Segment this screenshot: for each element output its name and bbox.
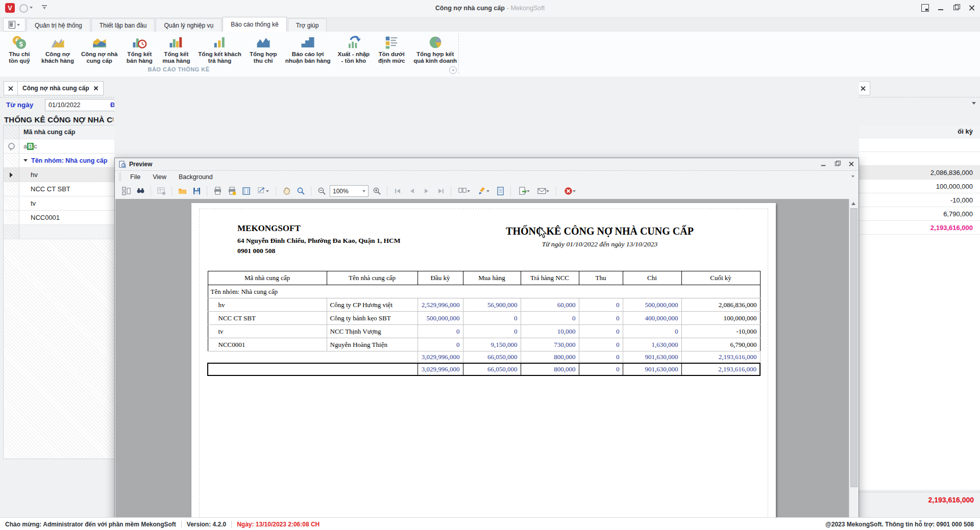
right-filter-row[interactable] [859,138,980,152]
scrollbar-thumb[interactable] [850,208,857,487]
scale-button[interactable] [254,185,272,197]
ribbon-item-thu-chi-ton-quy[interactable]: €$ Thu chi tồn quỹ [1,34,38,65]
grid-header-row[interactable]: Mã nhà cung cấp [4,125,114,139]
export-button[interactable] [515,185,532,197]
toolbar-options-icon[interactable] [42,5,47,6]
grid-cell[interactable]: tv [19,196,114,210]
close-preview-button[interactable] [560,185,579,197]
page-setup-button[interactable] [240,185,252,197]
auto-filter-cell[interactable]: aBc [19,139,114,153]
tab-quan-ly-nghiep-vu[interactable]: Quản lý nghiệp vụ [156,18,222,32]
collapse-icon[interactable] [23,159,28,162]
coins-icon: €$ [12,35,27,50]
panel-dropdown-icon[interactable] [972,102,976,105]
grid-row-tv[interactable]: tv [4,196,114,211]
ribbon-item-tong-ket-khach-tra-hang[interactable]: Tổng kết khách trả hàng [194,34,244,65]
value-ncc-ct-sbt[interactable]: 100,000,000 [859,180,980,193]
fullscreen-icon[interactable] [921,4,929,12]
search-button[interactable] [134,185,146,197]
menu-background[interactable]: Background [179,173,213,181]
ribbon-item-tong-ket-mua-hang[interactable]: Tổng kết mua hàng [158,34,194,65]
preview-close-button[interactable] [848,161,854,167]
ribbon-item-cong-no-khach-hang[interactable]: Công nợ khách hàng [38,34,78,65]
preview-document-area[interactable]: MEKONGSOFT 64 Nguyễn Đình Chiểu, Phường … [115,199,858,530]
zoom-combo-caret-icon[interactable] [362,190,365,192]
zoom-out-button[interactable] [315,185,328,197]
previous-page-button[interactable] [406,185,418,197]
vertical-scrollbar[interactable] [849,199,858,530]
watermark-button[interactable] [475,185,492,197]
ribbon-item-tong-hop-ket-qua-kinh-doanh[interactable]: Tổng hợp kết quả kinh doanh [410,34,460,65]
multiple-pages-button[interactable] [455,185,473,197]
grid-row-ncc0001[interactable]: NCC0001 [4,211,114,225]
value-tv[interactable]: -10,000 [859,193,980,207]
column-header-ma-ncc[interactable]: Mã nhà cung cấp [19,125,114,139]
close-preview-caret-icon[interactable] [573,190,576,192]
menu-file[interactable]: File [130,173,140,181]
scale-dropdown-icon[interactable] [266,190,269,192]
save-button[interactable] [190,185,203,197]
tab-thiet-lap-ban-dau[interactable]: Thiết lập ban đầu [91,18,155,32]
grid-cell[interactable]: hv [19,168,114,182]
tab-close-icon[interactable] [93,86,99,91]
menubar-overflow-icon[interactable] [851,175,854,178]
hand-tool-button[interactable] [280,185,292,197]
app-menu-button[interactable] [3,18,26,32]
zoom-in-button[interactable] [371,185,383,197]
profile-caret-icon[interactable] [30,7,33,9]
magnifier-button[interactable] [295,185,307,197]
watermark-caret-icon[interactable] [486,190,489,192]
email-button[interactable] [534,185,552,197]
restore-button[interactable] [953,5,960,11]
app-logo-icon[interactable] [5,3,15,13]
document-tab[interactable]: Công nợ nhà cung cấp [17,81,104,95]
ribbon-item-xuat-nhap-ton-kho[interactable]: Xuất - nhập - tồn kho [334,34,374,65]
subtotal-cell: 800,000 [521,351,579,364]
value-ncc0001[interactable]: 6,790,000 [859,207,980,221]
open-folder-icon [178,187,187,195]
quick-print-button[interactable] [226,185,238,197]
tab-bao-cao-thong-ke[interactable]: Báo cáo thống kê [223,17,286,32]
scroll-up-icon[interactable] [851,202,855,205]
customize-button[interactable] [155,185,167,197]
export-caret-icon[interactable] [527,190,530,192]
preview-minimize-button[interactable] [821,161,826,167]
tabstrip-close-button[interactable] [859,81,870,95]
first-page-button[interactable] [391,185,404,197]
page-color-button[interactable] [494,185,506,197]
preview-titlebar[interactable]: Preview [115,158,859,171]
preview-maximize-button[interactable] [835,161,840,167]
menu-view[interactable]: View [153,173,166,181]
tab-quan-tri-he-thong[interactable]: Quản trị hệ thống [27,18,90,32]
open-button[interactable] [176,185,188,197]
ribbon-item-tong-ket-ban-hang[interactable]: Tổng kết bán hàng [121,34,158,65]
minimize-button[interactable] [938,5,944,11]
menu-grip[interactable] [119,172,121,181]
from-date-field[interactable]: 01/10/2022 [45,99,114,111]
grid-filter-row[interactable]: aBc [4,139,114,154]
grid-row-ncc-ct-sbt[interactable]: NCC CT SBT [4,182,114,196]
close-button[interactable] [968,5,975,11]
email-caret-icon[interactable] [546,190,549,192]
multiple-pages-caret-icon[interactable] [467,190,470,192]
group-options-icon[interactable] [449,66,457,74]
ribbon-item-ton-duoi-dinh-muc[interactable]: Tồn dưới định mức [373,34,410,65]
value-dau-ky-hv[interactable]: 2,086,836,000 [859,166,980,180]
ribbon-item-tong-hop-thu-chi[interactable]: Tổng hợp thu chi [245,34,282,65]
grid-row-hv[interactable]: hv [4,168,114,182]
grid-cell[interactable]: NCC CT SBT [19,182,114,196]
ribbon-item-cong-no-nha-cung-cap[interactable]: Công nợ nhà cung cấp [78,34,121,65]
print-button[interactable] [211,185,224,197]
document-map-button[interactable] [120,185,132,197]
last-page-button[interactable] [434,185,447,197]
browser-profile-icon[interactable] [19,4,28,13]
tab-tro-giup[interactable]: Trợ giúp [288,18,327,32]
ribbon-item-bao-cao-loi-nhuan[interactable]: Báo cáo lợi nhuận bán hàng [282,34,334,65]
zoom-combo[interactable]: 100% [330,185,369,197]
close-document-button[interactable] [4,81,18,95]
grid-group-row[interactable]: Tên nhóm: Nhà cung cấp [4,154,114,168]
right-column-header-partial[interactable]: Cuối kỳ [859,125,980,138]
cell: 2,529,996,000 [418,298,463,312]
grid-cell[interactable]: NCC0001 [19,211,114,224]
next-page-button[interactable] [420,185,432,197]
